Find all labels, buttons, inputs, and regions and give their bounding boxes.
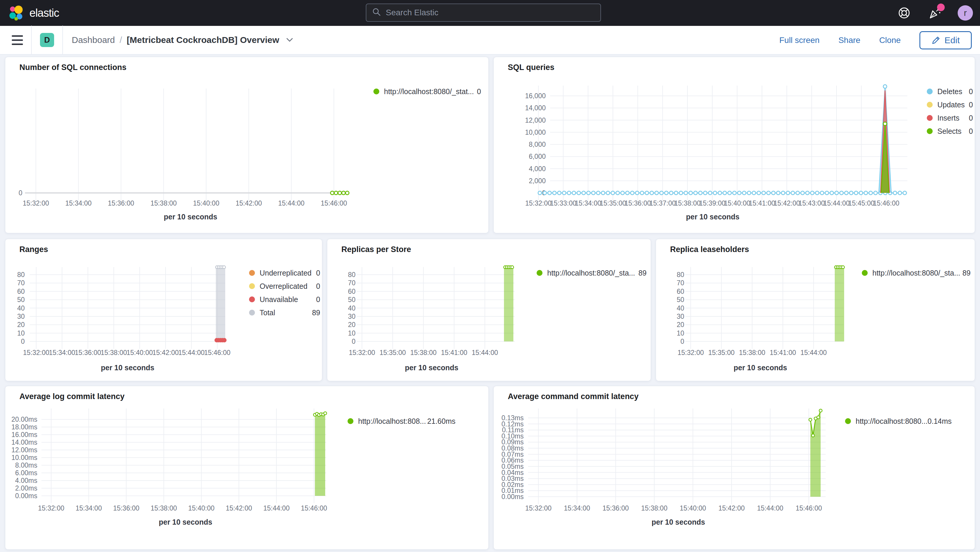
breadcrumb-dashboard[interactable]: Dashboard (72, 35, 115, 45)
svg-text:15:45:00: 15:45:00 (848, 199, 875, 207)
legend-item[interactable]: Underreplicated0 (249, 267, 320, 279)
series-color-dot (249, 270, 255, 276)
series-color-dot (249, 296, 255, 302)
svg-text:40: 40 (17, 304, 25, 312)
svg-text:12.00ms: 12.00ms (11, 446, 37, 454)
legend-item[interactable]: http://localhost:8080/_stat...0 (374, 86, 481, 97)
legend-item[interactable]: http://localhost:808...21.60ms (348, 415, 455, 427)
help-button[interactable] (897, 5, 912, 21)
svg-text:15:44:00: 15:44:00 (278, 199, 305, 207)
title-menu-button[interactable] (286, 37, 293, 43)
space-avatar[interactable]: D (40, 33, 54, 47)
svg-text:80: 80 (348, 271, 355, 278)
svg-text:8.00ms: 8.00ms (15, 461, 37, 469)
svg-text:0.00ms: 0.00ms (15, 492, 37, 500)
series-color-dot (927, 89, 933, 94)
legend-value: 0.14ms (928, 417, 952, 426)
svg-text:20: 20 (348, 321, 355, 328)
svg-text:15:36:00: 15:36:00 (108, 199, 134, 207)
legend-label: Inserts (937, 114, 959, 122)
svg-text:15:33:00: 15:33:00 (550, 199, 577, 207)
legend-item[interactable]: Total89 (249, 307, 320, 318)
svg-text:80: 80 (676, 271, 684, 278)
search-input[interactable] (385, 8, 600, 17)
space-initial: D (44, 36, 50, 45)
svg-text:30: 30 (17, 313, 25, 320)
clone-button[interactable]: Clone (879, 36, 900, 45)
fullscreen-button[interactable]: Full screen (779, 36, 819, 45)
svg-text:8,000: 8,000 (529, 141, 546, 148)
svg-text:70: 70 (348, 279, 355, 287)
svg-text:15:42:00: 15:42:00 (235, 199, 262, 207)
svg-text:2.00ms: 2.00ms (15, 484, 37, 492)
series-color-dot (927, 128, 933, 134)
svg-text:15:41:00: 15:41:00 (770, 349, 796, 356)
svg-text:15:38:00: 15:38:00 (739, 349, 765, 356)
global-search[interactable] (366, 3, 601, 22)
svg-text:15:38:00: 15:38:00 (100, 349, 127, 356)
svg-text:15:34:00: 15:34:00 (575, 199, 601, 207)
chart-canvas: 15:32:0015:35:0015:38:0015:41:0015:44:00… (327, 239, 651, 382)
svg-text:15:46:00: 15:46:00 (873, 199, 899, 207)
app-header: elastic (0, 0, 980, 26)
legend-value: 0 (969, 87, 973, 96)
svg-text:16.00ms: 16.00ms (11, 431, 37, 439)
user-avatar[interactable]: r (958, 5, 973, 21)
space-section: D (31, 25, 63, 54)
panel-replicas-per-store: Replicas per Store 15:32:0015:35:0015:38… (327, 239, 651, 381)
svg-text:50: 50 (676, 296, 684, 304)
svg-text:15:36:00: 15:36:00 (113, 504, 140, 512)
svg-text:per 10 seconds: per 10 seconds (164, 213, 217, 221)
svg-text:6,000: 6,000 (529, 153, 546, 160)
svg-text:15:32:00: 15:32:00 (678, 349, 704, 356)
legend-item[interactable]: Overreplicated0 (249, 280, 320, 292)
chart-canvas: 15:32:0015:35:0015:38:0015:41:0015:44:00… (656, 239, 975, 382)
legend-value: 89 (638, 269, 647, 277)
svg-text:15:41:00: 15:41:00 (749, 199, 775, 207)
svg-text:0: 0 (680, 337, 684, 345)
svg-text:70: 70 (17, 279, 25, 287)
svg-text:20: 20 (17, 321, 25, 328)
svg-text:4,000: 4,000 (529, 165, 546, 173)
breadcrumb-separator: / (120, 35, 122, 45)
legend-item[interactable]: Deletes0 (927, 86, 973, 97)
chart-canvas: 15:32:0015:34:0015:36:0015:38:0015:40:00… (5, 386, 489, 550)
elastic-brand[interactable]: elastic (9, 5, 59, 21)
legend-label: Total (259, 309, 275, 317)
legend-value: 0 (477, 87, 481, 96)
edit-button[interactable]: Edit (920, 31, 972, 49)
legend-item[interactable]: http://localhost:8080/_sta...89 (537, 267, 647, 279)
hamburger-icon (12, 35, 23, 37)
legend-item[interactable]: http://localhost:8080...0.14ms (845, 415, 951, 427)
series-color-dot (845, 418, 851, 424)
legend-label: Overreplicated (259, 282, 307, 291)
svg-text:60: 60 (676, 288, 684, 295)
brand-name: elastic (29, 7, 59, 19)
svg-text:15:46:00: 15:46:00 (795, 504, 822, 512)
svg-text:10.00ms: 10.00ms (11, 454, 37, 461)
legend-item[interactable]: Updates0 (927, 99, 973, 111)
svg-text:15:44:00: 15:44:00 (178, 349, 205, 356)
news-button[interactable] (927, 5, 942, 21)
svg-text:15:40:00: 15:40:00 (126, 349, 153, 356)
legend-value: 0 (969, 114, 973, 122)
svg-text:15:40:00: 15:40:00 (188, 504, 215, 512)
menu-button[interactable] (12, 35, 23, 45)
panel-sql-queries: SQL queries 15:32:0015:33:0015:34:0015:3… (493, 57, 975, 233)
legend-item[interactable]: Selects0 (927, 125, 973, 137)
svg-text:15:42:00: 15:42:00 (718, 504, 745, 512)
svg-text:15:35:00: 15:35:00 (600, 199, 626, 207)
svg-text:15:38:00: 15:38:00 (410, 349, 437, 356)
chart-canvas: 15:32:0015:34:0015:36:0015:38:0015:40:00… (494, 386, 975, 550)
legend-item[interactable]: Unavailable0 (249, 293, 320, 305)
svg-text:10,000: 10,000 (525, 129, 546, 136)
svg-text:2,000: 2,000 (529, 177, 546, 185)
legend-item[interactable]: http://localhost:8080/_sta...89 (862, 267, 970, 279)
dashboard-toolbar: D Dashboard / [Metricbeat CockroachDB] O… (0, 26, 980, 55)
legend-item[interactable]: Inserts0 (927, 112, 973, 124)
svg-text:15:40:00: 15:40:00 (724, 199, 750, 207)
svg-text:15:32:00: 15:32:00 (349, 349, 375, 356)
svg-text:14,000: 14,000 (525, 104, 546, 112)
share-button[interactable]: Share (838, 36, 860, 45)
svg-text:15:38:00: 15:38:00 (151, 199, 177, 207)
